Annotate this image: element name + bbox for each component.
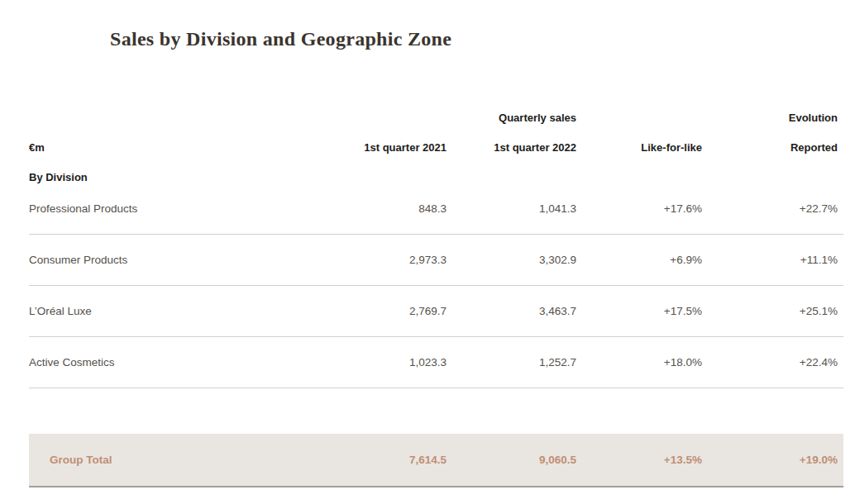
- total-q1-2021: 7,614.5: [322, 454, 447, 466]
- table-column-header-row: €m 1st quarter 2021 1st quarter 2022 Lik…: [29, 141, 843, 154]
- table-row-professional-products: Professional Products 848.3 1,041.3 +17.…: [29, 183, 843, 235]
- cell-q1-2022: 3,463.7: [447, 305, 576, 317]
- cell-q1-2022: 1,252.7: [447, 356, 576, 368]
- cell-like-for-like: +17.6%: [576, 202, 702, 215]
- cell-reported: +22.4%: [702, 356, 838, 368]
- sales-table: Quarterly sales Evolution €m 1st quarter…: [29, 112, 843, 487]
- section-header-row: By Division: [29, 171, 843, 183]
- section-label-by-division: By Division: [29, 171, 322, 183]
- cell-q1-2021: 1,023.3: [322, 356, 447, 368]
- column-header-like-for-like: Like-for-like: [576, 141, 702, 154]
- row-label: Consumer Products: [29, 254, 322, 266]
- row-label: L’Oréal Luxe: [29, 305, 322, 317]
- total-reported: +19.0%: [702, 454, 838, 466]
- cell-reported: +25.1%: [702, 305, 838, 317]
- cell-q1-2021: 2,769.7: [322, 305, 447, 317]
- total-q1-2022: 9,060.5: [447, 454, 576, 466]
- column-group-evolution: Evolution: [702, 112, 838, 124]
- table-row-loreal-luxe: L’Oréal Luxe 2,769.7 3,463.7 +17.5% +25.…: [29, 286, 843, 337]
- cell-reported: +11.1%: [702, 254, 838, 266]
- cell-q1-2022: 3,302.9: [447, 254, 576, 266]
- page-title: Sales by Division and Geographic Zone: [110, 28, 855, 50]
- cell-like-for-like: +17.5%: [576, 305, 702, 317]
- table-row-active-cosmetics: Active Cosmetics 1,023.3 1,252.7 +18.0% …: [29, 337, 843, 388]
- row-label: Professional Products: [29, 202, 322, 215]
- cell-q1-2021: 2,973.3: [322, 254, 447, 266]
- column-header-reported: Reported: [702, 141, 838, 154]
- cell-like-for-like: +18.0%: [576, 356, 702, 368]
- column-header-q1-2021: 1st quarter 2021: [322, 141, 447, 154]
- cell-reported: +22.7%: [702, 202, 838, 215]
- row-label: Active Cosmetics: [29, 356, 322, 368]
- table-group-header-row: Quarterly sales Evolution: [29, 112, 843, 124]
- table-row-consumer-products: Consumer Products 2,973.3 3,302.9 +6.9% …: [29, 235, 843, 286]
- column-header-q1-2022: 1st quarter 2022: [447, 141, 576, 154]
- unit-label: €m: [29, 141, 322, 154]
- total-like-for-like: +13.5%: [576, 454, 702, 466]
- cell-like-for-like: +6.9%: [576, 254, 702, 266]
- column-group-quarterly-sales: Quarterly sales: [447, 112, 576, 124]
- cell-q1-2021: 848.3: [322, 202, 447, 215]
- table-row-group-total: Group Total 7,614.5 9,060.5 +13.5% +19.0…: [29, 434, 843, 487]
- total-label: Group Total: [50, 454, 322, 466]
- cell-q1-2022: 1,041.3: [447, 202, 576, 215]
